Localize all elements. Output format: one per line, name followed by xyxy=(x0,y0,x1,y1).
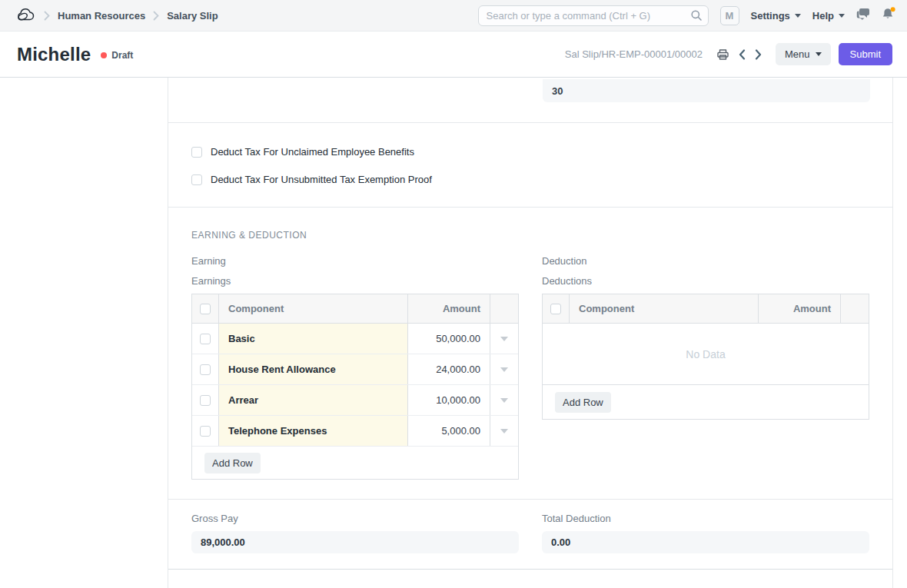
table-row: Telephone Expenses 5,000.00 xyxy=(192,416,518,447)
chevron-down-icon xyxy=(839,14,845,18)
gross-pay-label: Gross Pay xyxy=(191,513,519,524)
avatar[interactable]: M xyxy=(720,6,739,25)
row-select-cell xyxy=(192,416,219,446)
help-menu[interactable]: Help xyxy=(812,10,845,22)
menu-label: Menu xyxy=(785,48,810,60)
totals-columns: Gross Pay 89,000.00 Total Deduction 0.00 xyxy=(191,513,869,553)
component-cell[interactable]: Arrear xyxy=(219,385,407,415)
row-checkbox[interactable] xyxy=(200,426,211,437)
app-logo[interactable] xyxy=(15,5,36,26)
chevron-down-icon xyxy=(816,52,822,56)
menu-button[interactable]: Menu xyxy=(776,43,831,65)
row-select-cell xyxy=(192,324,219,354)
row-select-cell xyxy=(192,385,219,415)
select-all-checkbox[interactable] xyxy=(200,304,211,314)
amount-header: Amount xyxy=(407,294,490,323)
amount-cell[interactable]: 5,000.00 xyxy=(407,416,490,446)
salary-slip-page: Human Resources Salary Slip M Settings H… xyxy=(0,0,907,588)
earnings-table-header: Component Amount xyxy=(192,294,518,324)
earning-deduction-columns: Earning Earnings Component Amount xyxy=(191,241,869,480)
deductions-table-label: Deductions xyxy=(542,275,869,287)
submit-button[interactable]: Submit xyxy=(839,43,892,65)
select-all-cell xyxy=(192,294,219,323)
add-row-button[interactable]: Add Row xyxy=(555,392,611,413)
component-header: Component xyxy=(570,294,758,323)
checkbox-label: Deduct Tax For Unclaimed Employee Benefi… xyxy=(211,146,414,158)
previous-document-button[interactable] xyxy=(734,49,750,60)
top-navbar: Human Resources Salary Slip M Settings H… xyxy=(0,0,907,32)
bell-icon xyxy=(882,7,896,24)
component-header: Component xyxy=(219,294,407,323)
form-section-next xyxy=(168,570,892,588)
amount-cell[interactable]: 24,000.00 xyxy=(407,354,490,384)
print-button[interactable] xyxy=(712,48,734,61)
notifications-button[interactable] xyxy=(882,7,896,24)
chevron-down-icon xyxy=(500,337,508,341)
status-badge: Draft xyxy=(101,50,133,61)
component-cell[interactable]: Telephone Expenses xyxy=(219,416,407,446)
chevron-down-icon xyxy=(500,429,508,434)
chat-button[interactable] xyxy=(856,8,870,23)
settings-menu[interactable]: Settings xyxy=(751,10,801,22)
row-expand-button[interactable] xyxy=(490,416,518,446)
chevron-right-icon xyxy=(153,11,159,21)
deductions-table-header: Component Amount xyxy=(543,294,869,324)
page-title: Michelle xyxy=(17,44,91,65)
select-all-checkbox[interactable] xyxy=(550,304,561,314)
status-label: Draft xyxy=(111,50,133,61)
total-deduction-field: 0.00 xyxy=(542,531,869,553)
document-id: Sal Slip/HR-EMP-00001/00002 xyxy=(565,48,703,60)
row-expand-button[interactable] xyxy=(490,385,518,415)
component-cell[interactable]: Basic xyxy=(219,324,407,354)
search-input[interactable] xyxy=(478,5,709,26)
checkbox-label: Deduct Tax For Unsubmitted Tax Exemption… xyxy=(211,174,432,185)
deduct-tax-unclaimed-benefits-row[interactable]: Deduct Tax For Unclaimed Employee Benefi… xyxy=(191,146,869,158)
amount-header: Amount xyxy=(758,294,840,323)
navbar-right-group: M Settings Help xyxy=(478,5,896,26)
component-cell[interactable]: House Rent Allowance xyxy=(219,354,407,384)
total-deduction-label: Total Deduction xyxy=(542,513,869,524)
global-search xyxy=(478,5,709,26)
form-section-tax-options: Deduct Tax For Unclaimed Employee Benefi… xyxy=(168,123,892,208)
row-select-cell xyxy=(192,354,219,384)
next-document-button[interactable] xyxy=(750,49,766,60)
settings-label: Settings xyxy=(751,10,790,22)
page-head-actions: Sal Slip/HR-EMP-00001/00002 Menu Submit xyxy=(565,43,892,65)
chevron-down-icon xyxy=(500,398,508,403)
gross-pay-group: Gross Pay 89,000.00 xyxy=(191,513,519,553)
page-head: Michelle Draft Sal Slip/HR-EMP-00001/000… xyxy=(0,32,907,78)
table-row: Basic 50,000.00 xyxy=(192,324,518,354)
deductions-table-footer: Add Row xyxy=(543,385,869,419)
no-data-placeholder: No Data xyxy=(543,324,869,385)
row-expand-button[interactable] xyxy=(490,324,518,354)
search-icon xyxy=(690,9,703,25)
row-checkbox[interactable] xyxy=(200,395,211,406)
checkbox[interactable] xyxy=(191,174,202,185)
cloud-logo-icon xyxy=(15,5,36,26)
gross-pay-field: 89,000.00 xyxy=(191,531,519,553)
help-label: Help xyxy=(812,10,834,22)
deduction-column-label: Deduction xyxy=(542,255,869,267)
section-heading: EARNING & DEDUCTION xyxy=(191,230,869,241)
chevron-down-icon xyxy=(500,367,508,372)
header-spacer-cell xyxy=(840,294,869,323)
earnings-table-footer: Add Row xyxy=(192,447,518,479)
checkbox[interactable] xyxy=(191,147,202,158)
earnings-table-label: Earnings xyxy=(191,275,519,287)
working-days-field[interactable]: 30 xyxy=(543,79,870,102)
breadcrumb-salary-slip[interactable]: Salary Slip xyxy=(167,10,218,22)
add-row-button[interactable]: Add Row xyxy=(204,453,261,473)
form-body: 30 Deduct Tax For Unclaimed Employee Ben… xyxy=(168,78,893,588)
row-checkbox[interactable] xyxy=(200,364,211,375)
deduction-column: Deduction Deductions Component Amount No… xyxy=(542,241,869,480)
deductions-table: Component Amount No Data Add Row xyxy=(542,294,869,420)
row-expand-button[interactable] xyxy=(490,354,518,384)
amount-cell[interactable]: 10,000.00 xyxy=(407,385,490,415)
amount-cell[interactable]: 50,000.00 xyxy=(407,324,490,354)
row-checkbox[interactable] xyxy=(200,334,211,344)
breadcrumb-human-resources[interactable]: Human Resources xyxy=(58,10,145,22)
form-section-earning-deduction: EARNING & DEDUCTION Earning Earnings Com… xyxy=(168,208,892,500)
select-all-cell xyxy=(543,294,570,323)
deduct-tax-unsubmitted-proof-row[interactable]: Deduct Tax For Unsubmitted Tax Exemption… xyxy=(191,174,869,185)
total-deduction-group: Total Deduction 0.00 xyxy=(542,513,869,553)
